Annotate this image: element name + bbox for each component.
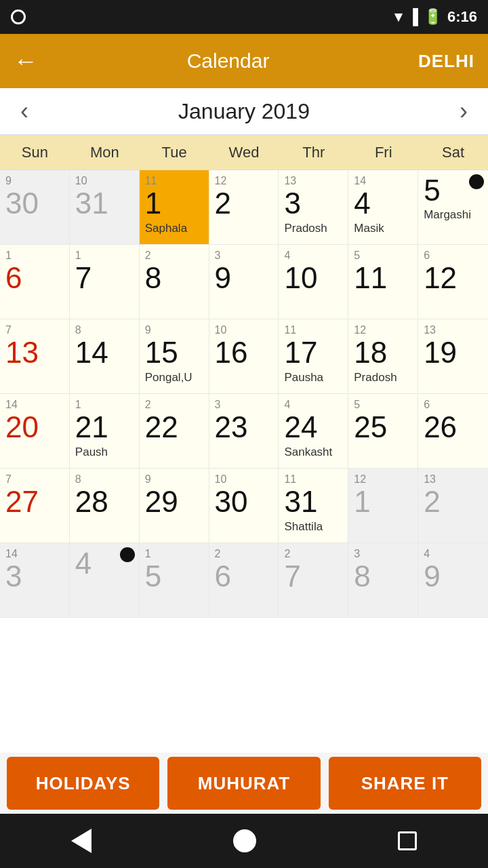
calendar-cell[interactable]: 26: [209, 543, 279, 618]
lunar-date: 7: [5, 473, 64, 486]
calendar-cell[interactable]: 132: [418, 469, 488, 543]
calendar-cell[interactable]: 713: [0, 319, 70, 394]
home-nav-icon[interactable]: [233, 829, 256, 852]
event-dot: [120, 547, 135, 562]
next-month-button[interactable]: ›: [460, 97, 468, 125]
calendar-cell[interactable]: 424Sankasht: [279, 394, 348, 469]
lunar-date: 5: [354, 398, 412, 411]
festival-label: Shattila: [284, 520, 342, 534]
muhurat-button[interactable]: MUHURAT: [167, 757, 320, 810]
calendar-cell[interactable]: 525: [348, 394, 418, 469]
calendar-cell[interactable]: 133Pradosh: [279, 170, 348, 245]
day-number: 1: [354, 486, 412, 518]
back-nav-icon[interactable]: [71, 829, 92, 853]
day-number: 8: [354, 560, 412, 593]
day-number: 30: [5, 187, 64, 220]
day-number: 31: [75, 187, 134, 220]
calendar-cell[interactable]: 323: [209, 394, 279, 469]
calendar-cell[interactable]: 727: [0, 469, 70, 543]
day-number: 26: [424, 411, 483, 443]
calendar-cell[interactable]: 16: [0, 245, 70, 319]
calendar-cell[interactable]: 143: [0, 543, 70, 618]
calendar-cell[interactable]: 1218Pradosh: [348, 319, 418, 394]
day-header-sat: Sat: [418, 136, 488, 170]
day-number: 16: [215, 336, 273, 369]
lunar-date: 6: [424, 398, 483, 411]
calendar-cell[interactable]: 27: [279, 543, 348, 618]
back-button[interactable]: ←: [14, 47, 38, 75]
calendar-cell[interactable]: 1319: [418, 319, 488, 394]
calendar: Sun Mon Tue Wed Thr Fri Sat 9301031111Sa…: [0, 136, 488, 753]
lunar-date: 2: [145, 249, 203, 262]
calendar-cell[interactable]: 4: [70, 543, 140, 618]
day-number: 22: [145, 411, 203, 443]
lunar-date: 3: [215, 398, 273, 411]
day-number: 2: [215, 187, 273, 220]
signal-icon: ▐: [407, 8, 418, 26]
day-number: 31: [284, 486, 342, 518]
day-number: 10: [284, 262, 342, 294]
day-number: 30: [215, 486, 273, 518]
app-header: ← Calendar DELHI: [0, 34, 488, 88]
calendar-cell[interactable]: 222: [140, 394, 209, 469]
calendar-cell[interactable]: 1031: [70, 170, 140, 245]
lunar-date: 7: [5, 323, 64, 336]
lunar-date: 4: [424, 547, 483, 560]
calendar-cell[interactable]: 1420: [0, 394, 70, 469]
calendar-cell[interactable]: 612: [418, 245, 488, 319]
day-number: 7: [75, 262, 134, 294]
day-number: 21: [75, 411, 134, 443]
lunar-date: 1: [75, 398, 134, 411]
location-label[interactable]: DELHI: [418, 51, 474, 72]
day-number: 12: [424, 262, 483, 294]
status-time: 6:16: [447, 8, 477, 26]
calendar-cell[interactable]: 111Saphala: [140, 170, 209, 245]
lunar-date: 5: [354, 249, 412, 262]
calendar-cell[interactable]: 626: [418, 394, 488, 469]
calendar-cell[interactable]: 814: [70, 319, 140, 394]
calendar-cell[interactable]: 1016: [209, 319, 279, 394]
lunar-date: 11: [145, 174, 203, 187]
calendar-cell[interactable]: 1030: [209, 469, 279, 543]
calendar-cell[interactable]: 39: [209, 245, 279, 319]
calendar-cell[interactable]: 915Pongal,U: [140, 319, 209, 394]
calendar-cell[interactable]: 828: [70, 469, 140, 543]
calendar-cell[interactable]: 1117Pausha: [279, 319, 348, 394]
lunar-date: 2: [284, 547, 342, 560]
day-header-thr: Thr: [279, 136, 348, 170]
holidays-button[interactable]: HOLIDAYS: [7, 757, 159, 810]
lunar-date: 3: [215, 249, 273, 262]
calendar-cell[interactable]: 930: [0, 170, 70, 245]
calendar-cell[interactable]: 122: [209, 170, 279, 245]
day-number: 14: [75, 336, 134, 369]
day-number: 7: [284, 560, 342, 593]
recents-nav-icon[interactable]: [398, 831, 417, 850]
calendar-cell[interactable]: 410: [279, 245, 348, 319]
day-number: 6: [215, 560, 273, 593]
calendar-cell[interactable]: 929: [140, 469, 209, 543]
calendar-cell[interactable]: 1131Shattila: [279, 469, 348, 543]
month-navigation: ‹ January 2019 ›: [0, 88, 488, 136]
share-it-button[interactable]: SHARE IT: [329, 757, 481, 810]
calendar-cell[interactable]: 38: [348, 543, 418, 618]
calendar-cell[interactable]: 121: [348, 469, 418, 543]
lunar-date: 1: [75, 249, 134, 262]
prev-month-button[interactable]: ‹: [20, 97, 28, 125]
calendar-cell[interactable]: 511: [348, 245, 418, 319]
festival-label: Pongal,U: [145, 371, 203, 384]
calendar-cell[interactable]: 49: [418, 543, 488, 618]
day-number: 11: [354, 262, 412, 294]
calendar-cell[interactable]: 5Margashi: [418, 170, 488, 245]
lunar-date: 9: [145, 323, 203, 336]
calendar-cell[interactable]: 15: [140, 543, 209, 618]
lunar-date: 14: [5, 398, 64, 411]
status-circle-icon: [11, 9, 26, 24]
action-buttons: HOLIDAYS MUHURAT SHARE IT: [0, 753, 488, 814]
day-number: 17: [284, 336, 342, 369]
calendar-cell[interactable]: 28: [140, 245, 209, 319]
calendar-cell[interactable]: 121Paush: [70, 394, 140, 469]
day-number: 5: [145, 560, 203, 593]
calendar-cell[interactable]: 144Masik: [348, 170, 418, 245]
month-title: January 2019: [178, 99, 310, 124]
calendar-cell[interactable]: 17: [70, 245, 140, 319]
